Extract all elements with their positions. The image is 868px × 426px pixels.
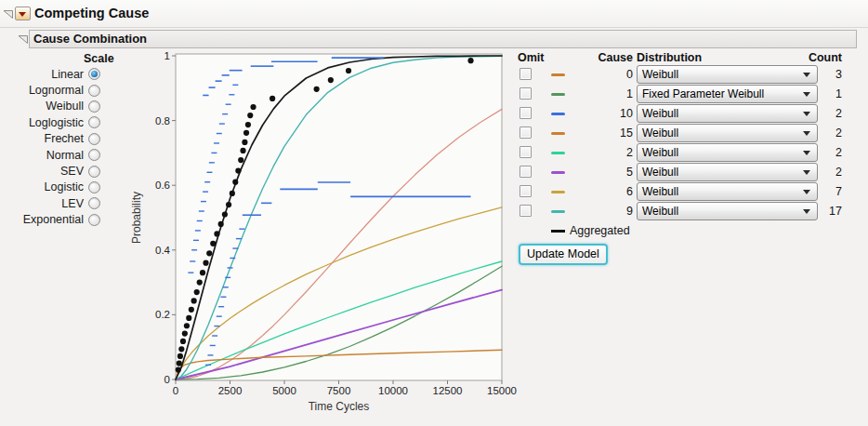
- radio-linear[interactable]: [88, 68, 100, 80]
- x-tick-label: 2500: [218, 385, 243, 396]
- distribution-dropdown[interactable]: Fixed Parameter Weibull: [637, 85, 818, 103]
- cause-line-swatch: [551, 171, 565, 174]
- cause-row: 6Weibull7: [518, 182, 857, 201]
- distribution-dropdown[interactable]: Weibull: [637, 143, 818, 162]
- radio-exponential[interactable]: [88, 214, 100, 226]
- dropdown-value: Fixed Parameter Weibull: [642, 87, 764, 100]
- omit-checkbox[interactable]: [519, 166, 532, 178]
- data-point-dot: [206, 250, 212, 256]
- dropdown-value: Weibull: [642, 185, 678, 198]
- scale-option-label: Loglogistic: [29, 116, 84, 129]
- aggregated-line-swatch: [551, 230, 565, 233]
- omit-checkbox[interactable]: [519, 126, 532, 139]
- scale-option-loglogistic[interactable]: Loglogistic: [0, 114, 104, 130]
- update-model-button[interactable]: Update Model: [519, 244, 608, 265]
- cause-line-swatch: [551, 132, 565, 135]
- column-header-cause: Cause: [596, 51, 633, 64]
- data-point-dot: [176, 366, 181, 372]
- y-tick-label: 0.2: [155, 309, 170, 320]
- scale-option-linear[interactable]: Linear: [0, 66, 104, 82]
- dropdown-value: Weibull: [642, 68, 678, 81]
- cause-table: Omit Cause Distribution Count 0Weibull31…: [518, 51, 857, 274]
- scale-option-exponential[interactable]: Exponential: [0, 212, 104, 228]
- page-title: Competing Cause: [34, 6, 149, 20]
- distribution-dropdown[interactable]: Weibull: [637, 124, 818, 142]
- data-point-dot: [226, 202, 231, 207]
- distribution-dropdown[interactable]: Weibull: [637, 163, 818, 181]
- scale-option-label: SEV: [60, 165, 84, 178]
- scale-option-lev[interactable]: LEV: [0, 195, 104, 211]
- x-axis-title: Time Cycles: [309, 400, 370, 413]
- scale-option-frechet[interactable]: Frechet: [0, 131, 104, 147]
- radio-lev[interactable]: [88, 197, 100, 209]
- omit-checkbox[interactable]: [519, 107, 532, 119]
- cause-row: 1Fixed Parameter Weibull1: [518, 85, 857, 103]
- cause-row: 2Weibull2: [518, 143, 857, 162]
- data-point-dot: [240, 148, 245, 153]
- radio-loglogistic[interactable]: [88, 116, 100, 128]
- red-triangle-menu-icon[interactable]: [15, 7, 31, 20]
- count-value: 1: [805, 85, 842, 103]
- x-tick-label: 0: [173, 385, 178, 396]
- data-point-dot: [177, 361, 182, 366]
- scale-option-normal[interactable]: Normal: [0, 147, 104, 163]
- data-point-dot: [184, 323, 190, 328]
- x-tick-label: 5000: [272, 385, 296, 396]
- count-value: 17: [805, 202, 842, 220]
- disclosure-triangle-icon[interactable]: [3, 8, 14, 20]
- radio-weibull[interactable]: [88, 100, 100, 113]
- omit-checkbox[interactable]: [519, 205, 532, 217]
- distribution-dropdown[interactable]: Weibull: [637, 65, 818, 84]
- outline-header-competing-cause: Competing Cause: [0, 0, 868, 28]
- scale-option-label: Linear: [51, 68, 84, 81]
- cause-value: 6: [596, 182, 633, 201]
- data-point-dot: [238, 157, 243, 163]
- omit-checkbox[interactable]: [519, 185, 532, 197]
- data-point-dot: [235, 167, 241, 173]
- scale-options: LinearLognormalWeibullLoglogisticFrechet…: [0, 66, 104, 228]
- count-value: 2: [805, 124, 842, 142]
- scale-option-label: Weibull: [46, 100, 84, 113]
- count-value: 7: [805, 182, 842, 201]
- data-point-dot: [314, 87, 320, 92]
- distribution-dropdown[interactable]: Weibull: [637, 104, 818, 123]
- data-point-dot: [250, 104, 256, 110]
- distribution-dropdown[interactable]: Weibull: [637, 182, 818, 201]
- data-point-dot: [245, 122, 251, 127]
- scale-option-sev[interactable]: SEV: [0, 163, 104, 179]
- omit-checkbox[interactable]: [519, 87, 532, 100]
- data-point-dot: [178, 353, 183, 359]
- scale-option-lognormal[interactable]: Lognormal: [0, 82, 104, 98]
- radio-frechet[interactable]: [88, 133, 100, 145]
- y-tick-label: 0.8: [155, 115, 170, 126]
- data-point-dot: [191, 298, 197, 303]
- radio-normal[interactable]: [88, 149, 100, 161]
- cause-row: 0Weibull3: [518, 65, 857, 84]
- dropdown-value: Weibull: [642, 166, 678, 179]
- scale-option-logistic[interactable]: Logistic: [0, 180, 104, 195]
- aggregated-label: Aggregated: [570, 221, 630, 240]
- cause-row: 5Weibull2: [518, 163, 857, 181]
- radio-sev[interactable]: [88, 166, 100, 178]
- cause-line-swatch: [551, 191, 565, 193]
- cause-value: 2: [596, 143, 633, 162]
- radio-logistic[interactable]: [88, 181, 100, 193]
- omit-checkbox[interactable]: [519, 68, 532, 80]
- data-point-dot: [242, 140, 247, 145]
- x-tick-label: 7500: [327, 385, 351, 396]
- scale-option-label: Normal: [46, 149, 84, 162]
- data-point-dot: [180, 339, 186, 344]
- cause-value: 1: [596, 85, 633, 103]
- distribution-dropdown[interactable]: Weibull: [637, 202, 818, 220]
- radio-lognormal[interactable]: [88, 85, 100, 97]
- cause-value: 15: [596, 124, 633, 142]
- cause-value: 9: [596, 202, 633, 220]
- data-point-dot: [218, 221, 224, 227]
- disclosure-triangle-icon[interactable]: [18, 33, 29, 45]
- scale-option-weibull[interactable]: Weibull: [0, 99, 104, 114]
- cause-value: 5: [596, 163, 633, 181]
- scale-option-label: Frechet: [45, 132, 84, 145]
- omit-checkbox[interactable]: [519, 146, 532, 158]
- cause-line-swatch: [551, 210, 565, 213]
- scale-option-label: Logistic: [45, 180, 84, 193]
